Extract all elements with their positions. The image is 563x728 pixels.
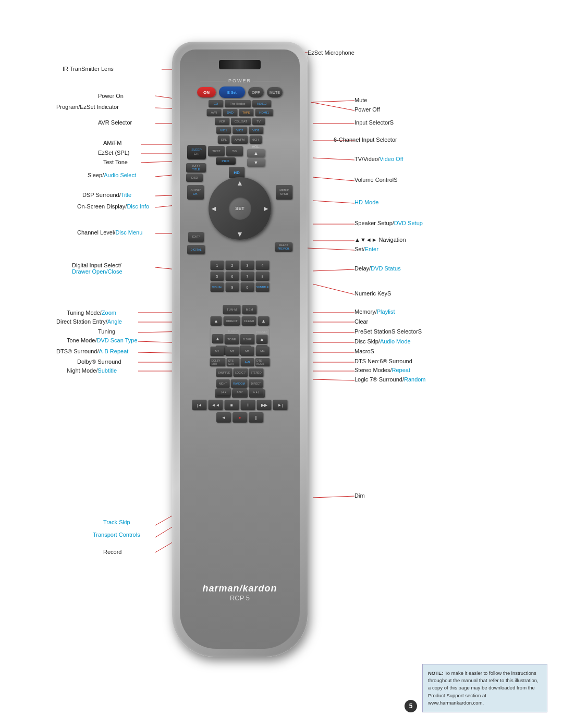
surr-button[interactable]: SURR.TITLE bbox=[186, 163, 206, 172]
vcr-button[interactable]: VCR bbox=[215, 118, 229, 125]
nav-down-button[interactable]: ▼ bbox=[236, 230, 243, 238]
vid2-button[interactable]: VID2 bbox=[232, 127, 247, 134]
6ch-button[interactable]: 6CH bbox=[249, 135, 262, 144]
hd612-button[interactable]: HD612 bbox=[252, 100, 271, 107]
amfm-button[interactable]: AM/FM bbox=[231, 135, 248, 144]
record-row: ◄ ● ‖ bbox=[216, 412, 263, 423]
next-button[interactable]: ►| bbox=[273, 400, 288, 410]
power-off-button[interactable]: OFF bbox=[248, 87, 264, 97]
digital-button[interactable]: DIGITAL bbox=[187, 245, 205, 254]
visual-button[interactable]: VISUAL bbox=[211, 282, 224, 292]
preset-up-button[interactable]: ▲ bbox=[256, 335, 267, 344]
vid3-button[interactable]: VID3 bbox=[249, 127, 263, 134]
subtitle-button[interactable]: SUBTITLE bbox=[256, 282, 270, 292]
brand-name: harman/kardon bbox=[202, 583, 277, 594]
skip-back-button[interactable]: |◄◄ bbox=[216, 388, 231, 396]
record-button[interactable]: ● bbox=[232, 412, 247, 423]
delay-label: Delay/DVD Status bbox=[354, 265, 401, 272]
cd-button[interactable]: CD bbox=[209, 100, 223, 107]
mem-button[interactable]: MEM bbox=[242, 305, 257, 314]
spl-button[interactable]: SPL bbox=[218, 135, 230, 144]
direct-button[interactable]: DIRECT bbox=[224, 316, 240, 326]
power-on-button[interactable]: ON bbox=[197, 87, 216, 97]
nav-right-button[interactable]: ► bbox=[262, 204, 270, 213]
vol-up-button[interactable]: ▲ bbox=[247, 149, 265, 157]
exit-button[interactable]: EXIT/ bbox=[188, 232, 204, 242]
power-label: POWER bbox=[228, 78, 251, 83]
dts-neo-label: DTS Neo:6® Surround bbox=[354, 358, 412, 364]
tunm-row: TUN-M MEM bbox=[223, 305, 257, 314]
direct3-button[interactable]: DIRECT bbox=[249, 379, 264, 388]
tuning-label: Tuning bbox=[98, 328, 115, 335]
tone-button[interactable]: TONE bbox=[224, 334, 239, 344]
vid1-button[interactable]: VID1 bbox=[216, 127, 231, 134]
macros-label: MacroS bbox=[354, 348, 374, 354]
prev-button[interactable]: |◄ bbox=[192, 400, 207, 410]
svg-line-33 bbox=[313, 269, 354, 271]
svg-line-28 bbox=[313, 177, 354, 181]
m2-button[interactable]: M2 bbox=[226, 347, 239, 356]
num-9-button[interactable]: 9 bbox=[226, 282, 239, 292]
tunm-button[interactable]: TUN-M bbox=[223, 305, 241, 314]
pause2-button[interactable]: ‖ bbox=[249, 412, 263, 423]
guide-ch-button[interactable]: GUIDE/CH. bbox=[187, 185, 204, 200]
note-box: NOTE: To make it easier to follow the in… bbox=[422, 664, 547, 712]
m4-button[interactable]: M4 bbox=[256, 347, 270, 356]
bridge-button[interactable]: The Bridge bbox=[225, 100, 251, 107]
shuffle-button[interactable]: SHUFFLE bbox=[216, 368, 232, 377]
skip-fwd-button[interactable]: ►►| bbox=[249, 388, 263, 396]
ab-button[interactable]: A-B bbox=[241, 358, 254, 366]
cbl-sat-button[interactable]: CBL/SAT bbox=[231, 118, 251, 125]
record-back-button[interactable]: ◄ bbox=[216, 412, 231, 423]
fwd-button[interactable]: ▶▶ bbox=[257, 400, 272, 410]
avr-button[interactable]: AVR bbox=[207, 109, 222, 116]
ezset-button[interactable]: E-Set bbox=[219, 87, 245, 98]
dts-sur-button[interactable]: DTS SUR bbox=[227, 358, 240, 366]
osd-button[interactable]: OSD bbox=[186, 174, 203, 182]
arrow-up3-button[interactable]: ▲ bbox=[258, 316, 270, 326]
tv-video-button[interactable]: T/V bbox=[226, 146, 243, 156]
num-4-button[interactable]: 4 bbox=[256, 261, 270, 270]
num-3-button[interactable]: 3 bbox=[241, 261, 254, 270]
test-button[interactable]: TEST bbox=[208, 146, 225, 156]
rew-button[interactable]: ◄◄ bbox=[209, 400, 223, 410]
hdmi1-button[interactable]: HDMI1 bbox=[255, 109, 273, 116]
sleep-ch-button[interactable]: SLEEP CH. bbox=[187, 145, 206, 159]
num-5-button[interactable]: 5 bbox=[211, 272, 224, 281]
num-6-button[interactable]: 6 bbox=[226, 272, 239, 281]
arrow-up2-button[interactable]: ▲ bbox=[211, 316, 222, 326]
num-2-button[interactable]: 2 bbox=[226, 261, 239, 270]
sleep-text: Sleep/ bbox=[88, 172, 104, 178]
stop-button[interactable]: ■ bbox=[225, 400, 239, 410]
nav-left-button[interactable]: ◄ bbox=[210, 204, 217, 213]
power-off-label: Power Off bbox=[354, 106, 380, 113]
night-button[interactable]: NIGHT bbox=[216, 379, 230, 388]
menu-spkr-button[interactable]: MENU/SPKR bbox=[276, 185, 292, 200]
random-button[interactable]: RANDOM bbox=[230, 379, 247, 388]
model-name: RCP 5 bbox=[202, 594, 277, 602]
stereo-modes-label: Stereo Modes/Repeat bbox=[354, 367, 410, 373]
num-0-button[interactable]: 0 bbox=[241, 282, 254, 292]
tape-button[interactable]: TAPE bbox=[239, 109, 254, 116]
dts-neo6-button[interactable]: DTS NEO:6 bbox=[255, 358, 270, 366]
logic7-button[interactable]: LOGIC 7 bbox=[233, 368, 248, 377]
delay-button[interactable]: DELAYPREV.CH. bbox=[275, 242, 292, 252]
dolby-sur-button[interactable]: DOLBY SUR bbox=[210, 358, 226, 366]
tuning-up-button[interactable]: ▲ bbox=[212, 334, 223, 343]
nav-up-button[interactable]: ▲ bbox=[236, 179, 243, 187]
vol-down-button[interactable]: ▼ bbox=[247, 158, 265, 167]
stereo-button[interactable]: STEREO bbox=[249, 368, 264, 377]
clear-button[interactable]: CLEAR bbox=[242, 316, 256, 326]
num-7-button[interactable]: 7 bbox=[241, 272, 254, 281]
set-button[interactable]: SET bbox=[228, 197, 251, 220]
m3-button[interactable]: M3 bbox=[241, 347, 254, 356]
num-1-button[interactable]: 1 bbox=[211, 261, 224, 270]
m1-button[interactable]: M1 bbox=[211, 347, 224, 356]
tv-button[interactable]: TV bbox=[252, 118, 265, 125]
dskip-button[interactable]: D.SKIP bbox=[240, 334, 254, 344]
logic7-label: Logic 7® Surround/Random bbox=[354, 376, 426, 382]
mute-button[interactable]: MUTE bbox=[267, 87, 283, 97]
pause-button[interactable]: ⏸ bbox=[241, 400, 255, 410]
num-8-button[interactable]: 8 bbox=[256, 272, 270, 281]
dvd-button[interactable]: DVD bbox=[223, 109, 238, 116]
